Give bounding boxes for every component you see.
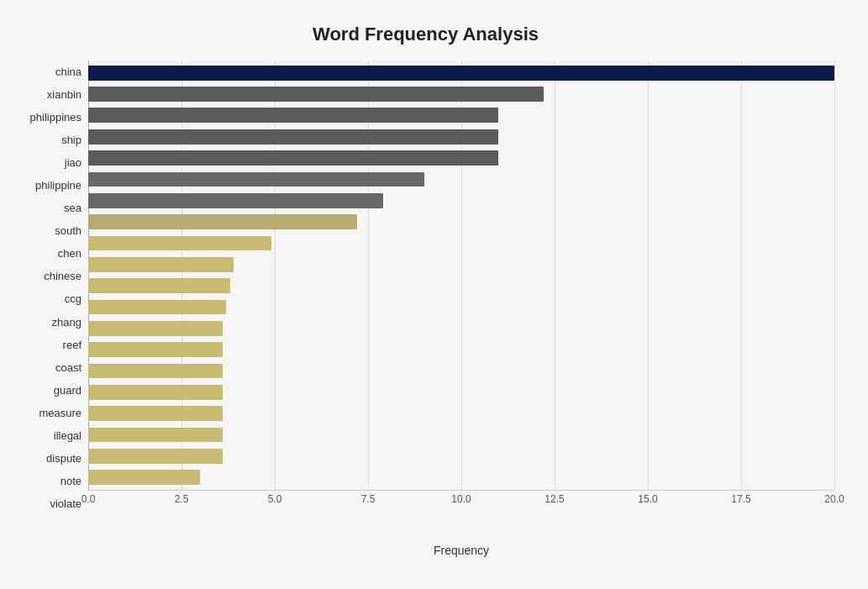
x-tick: 15.0: [638, 493, 657, 505]
x-tick: 12.5: [544, 493, 564, 505]
bar-row: [88, 147, 834, 168]
y-label: chen: [17, 248, 82, 259]
x-tick: 17.5: [731, 493, 750, 505]
bar: [88, 214, 357, 229]
bar: [88, 300, 226, 315]
y-label: chinese: [17, 271, 82, 281]
x-tick: 5.0: [268, 493, 282, 505]
y-label: guard: [17, 385, 82, 396]
y-label: note: [17, 476, 82, 486]
x-tick: 7.5: [361, 493, 376, 505]
y-label: philippines: [17, 112, 82, 123]
bar: [88, 364, 223, 379]
y-label: south: [17, 225, 82, 236]
bar-row: [88, 83, 834, 104]
y-label: philippine: [17, 180, 82, 191]
bar: [88, 108, 498, 123]
bar-row: [88, 233, 834, 254]
x-tick: 0.0: [82, 493, 96, 505]
x-tick: 10.0: [451, 493, 471, 505]
bar: [88, 257, 234, 272]
chart-title: Word Frequency Analysis: [17, 17, 834, 45]
y-label: ccg: [17, 293, 82, 304]
bar-row: [88, 169, 834, 190]
y-label: violate: [17, 498, 82, 509]
y-label: coast: [17, 362, 82, 373]
bar: [88, 385, 223, 400]
bar: [88, 342, 223, 357]
y-label: jiao: [17, 157, 82, 168]
bar-row: [88, 360, 834, 381]
bar: [88, 129, 498, 145]
x-axis-line: [88, 490, 834, 491]
bar: [88, 406, 223, 421]
x-axis-label: Frequency: [88, 544, 834, 557]
bar: [88, 278, 230, 293]
x-tick: 20.0: [824, 493, 844, 505]
bar-row: [88, 297, 834, 318]
y-label: ship: [17, 134, 82, 145]
bar: [88, 449, 223, 464]
bar-row: [88, 339, 834, 360]
bar: [88, 66, 834, 81]
y-label: reef: [17, 339, 82, 350]
bar: [88, 236, 271, 251]
y-label: measure: [17, 408, 82, 418]
bar: [88, 428, 223, 443]
chart-container: Word Frequency Analysis chinaxianbinphil…: [0, 0, 868, 589]
bar-row: [88, 126, 834, 147]
y-label: sea: [17, 202, 82, 213]
bar: [88, 87, 544, 102]
bar: [88, 470, 200, 485]
bar-row: [88, 318, 834, 339]
bar-row: [88, 190, 834, 211]
y-label: dispute: [17, 453, 82, 464]
plot-area: 0.02.55.07.510.012.515.017.520.0 Frequen…: [88, 60, 834, 515]
bar-row: [88, 467, 834, 488]
y-label: xianbin: [17, 89, 82, 100]
bar-row: [88, 403, 834, 424]
y-label: china: [17, 66, 82, 77]
bar: [88, 150, 498, 166]
bar-row: [88, 381, 834, 402]
bar-row: [88, 62, 834, 83]
bar-row: [88, 445, 834, 466]
bars-area: [88, 60, 834, 490]
y-axis: chinaxianbinphilippinesshipjiaophilippin…: [17, 60, 88, 515]
x-tick: 2.5: [175, 493, 189, 505]
bar-row: [88, 424, 834, 445]
bar-row: [88, 275, 834, 296]
bar-row: [88, 254, 834, 275]
chart-area: chinaxianbinphilippinesshipjiaophilippin…: [17, 60, 834, 515]
x-axis: 0.02.55.07.510.012.515.017.520.0: [88, 490, 834, 515]
bar-row: [88, 105, 834, 126]
bar: [88, 172, 424, 187]
y-label: illegal: [17, 430, 82, 441]
bar-row: [88, 211, 834, 232]
y-label: zhang: [17, 317, 82, 328]
bar: [88, 321, 223, 336]
gridline: [834, 60, 835, 490]
bar: [88, 193, 383, 208]
